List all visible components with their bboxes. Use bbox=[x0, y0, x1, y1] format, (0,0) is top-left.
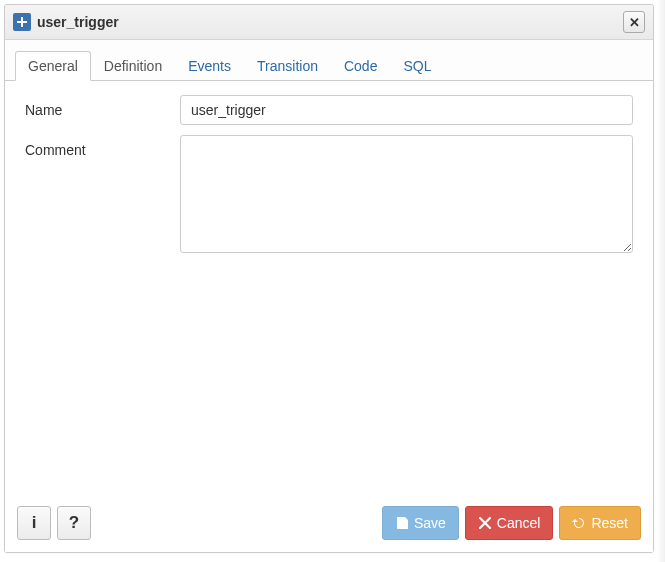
question-icon: ? bbox=[69, 513, 79, 533]
close-icon: ✕ bbox=[629, 15, 640, 30]
tab-code[interactable]: Code bbox=[331, 51, 390, 81]
cancel-button[interactable]: Cancel bbox=[465, 506, 554, 540]
tab-bar: General Definition Events Transition Cod… bbox=[5, 40, 653, 81]
dialog-body: Name Comment bbox=[5, 81, 653, 498]
reset-icon bbox=[572, 516, 586, 530]
reset-label: Reset bbox=[591, 515, 628, 531]
titlebar: user_trigger ✕ bbox=[5, 5, 653, 40]
close-button[interactable]: ✕ bbox=[623, 11, 645, 33]
dialog-title: user_trigger bbox=[37, 14, 617, 30]
tab-definition[interactable]: Definition bbox=[91, 51, 175, 81]
name-label: Name bbox=[25, 95, 180, 118]
right-edge-shadow bbox=[657, 0, 665, 562]
cancel-label: Cancel bbox=[497, 515, 541, 531]
dialog-window: user_trigger ✕ General Definition Events… bbox=[4, 4, 654, 553]
cancel-icon bbox=[478, 516, 492, 530]
trigger-icon bbox=[13, 13, 31, 31]
tab-general[interactable]: General bbox=[15, 51, 91, 81]
help-button[interactable]: ? bbox=[57, 506, 91, 540]
save-label: Save bbox=[414, 515, 446, 531]
row-comment: Comment bbox=[25, 135, 633, 256]
tab-sql[interactable]: SQL bbox=[390, 51, 444, 81]
dialog-footer: i ? Save Cancel Reset bbox=[5, 498, 653, 552]
row-name: Name bbox=[25, 95, 633, 125]
info-icon: i bbox=[32, 513, 37, 533]
tab-transition[interactable]: Transition bbox=[244, 51, 331, 81]
name-input[interactable] bbox=[180, 95, 633, 125]
tab-events[interactable]: Events bbox=[175, 51, 244, 81]
reset-button[interactable]: Reset bbox=[559, 506, 641, 540]
save-icon bbox=[395, 516, 409, 530]
info-button[interactable]: i bbox=[17, 506, 51, 540]
comment-textarea[interactable] bbox=[180, 135, 633, 253]
comment-label: Comment bbox=[25, 135, 180, 158]
save-button[interactable]: Save bbox=[382, 506, 459, 540]
